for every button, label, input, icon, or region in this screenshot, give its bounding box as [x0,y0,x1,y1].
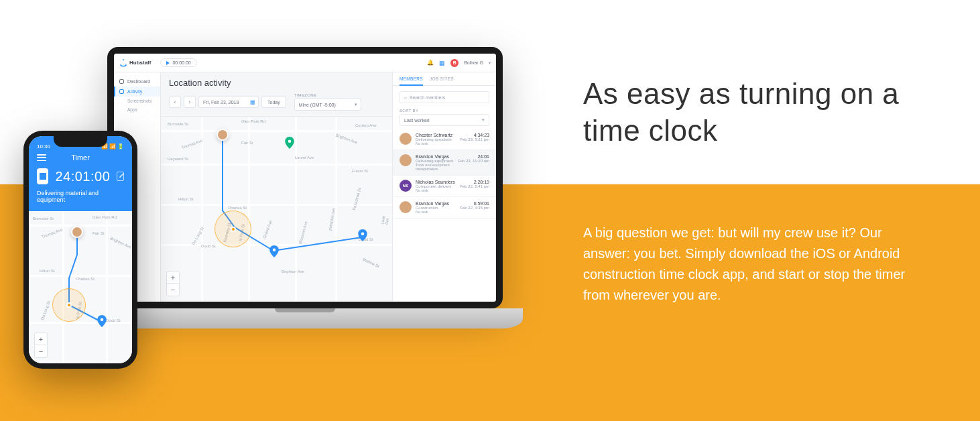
apps-grid-icon[interactable]: ▦ [439,60,445,66]
brand-name: Hubstaff [129,60,151,66]
dashboard-icon [119,79,124,84]
sidebar-sub-screenshots[interactable]: Screenshots [114,97,160,105]
sortby-select[interactable]: Last worked [400,114,489,126]
geofence-center-pin[interactable] [231,227,236,232]
menu-icon[interactable] [37,154,46,161]
phone-screen: 10:30 📶 📶 🔋 Timer 24:01:00 Delivering ma… [29,136,132,363]
sortby-label: SORT BY [393,106,496,113]
filter-controls: ‹ › Fri, Feb 23, 2018▦ Today TIMEZONE Mi… [161,91,392,116]
svg-point-1 [273,249,276,252]
topbar: Hubstaff 00:00:00 ▦ B Bolivar G ▾ [114,54,496,72]
description: A big question we get: but will my crew … [583,223,912,306]
stop-icon [40,173,46,180]
date-picker[interactable]: Fri, Feb 23, 2018▦ [198,96,259,108]
svg-point-2 [361,233,365,236]
play-icon [166,61,170,65]
timer-value: 00:00:00 [172,60,190,65]
member-row[interactable]: Brandon VargasDelivering equipmentTools … [393,150,496,176]
date-next-button[interactable]: › [184,96,196,108]
zoom-in-button[interactable]: + [167,272,179,284]
map-zoom-control: + − [34,333,48,358]
stop-timer-button[interactable] [37,168,48,184]
laptop-base [87,308,523,328]
calendar-icon: ▦ [250,99,255,105]
phone-mockup: 10:30 📶 📶 🔋 Timer 24:01:00 Delivering ma… [23,131,137,369]
phone-notch [54,136,107,147]
map-zoom-control: + − [166,271,180,296]
user-name[interactable]: Bolivar G [464,60,483,65]
members-panel: MEMBERS JOB SITES ⌕Search members SORT B… [392,72,496,302]
member-search[interactable]: ⌕Search members [400,91,489,103]
member-avatar [400,154,412,166]
sidebar-item-activity[interactable]: Activity [114,86,160,97]
zoom-out-button[interactable]: − [167,284,179,296]
tab-jobsites[interactable]: JOB SITES [430,76,454,85]
geofence-center-pin[interactable] [66,302,72,308]
member-avatar [400,201,412,213]
headline: As easy as turning on a time clock [583,75,938,149]
page-title: Location activity [169,78,384,88]
map-marker[interactable] [269,245,279,257]
svg-point-3 [101,318,104,322]
member-row[interactable]: NS Nicholas SaundersComponent deliveryNo… [393,176,496,197]
timezone-select[interactable]: Mine (GMT -5:00) [294,99,361,111]
laptop-screen: Hubstaff 00:00:00 ▦ B Bolivar G ▾ Dashbo… [107,47,503,308]
map-marker[interactable] [97,315,107,327]
notifications-icon[interactable] [427,60,434,66]
member-location-pin[interactable] [217,129,229,141]
activity-icon [119,89,124,94]
zoom-in-button[interactable]: + [35,333,47,345]
member-row[interactable]: Brandon VargasConstructionNo task 6:59:0… [393,197,496,219]
route-path [161,117,392,302]
edit-icon[interactable] [117,172,124,181]
tab-members[interactable]: MEMBERS [400,76,423,86]
member-avatar: NS [400,180,412,192]
timer-play-control[interactable]: 00:00:00 [160,58,196,67]
sidebar-item-dashboard[interactable]: Dashboard [114,76,160,86]
phone-map-view[interactable]: Burnside St Glen Park Rd Thomas Ave Fair… [29,211,132,363]
member-location-pin[interactable] [71,226,83,238]
member-avatar [400,133,412,145]
current-task: Delivering material and equipment [37,190,124,203]
timezone-label: TIMEZONE [294,93,361,97]
sidebar-sub-apps[interactable]: Apps [114,105,160,114]
chevron-down-icon[interactable]: ▾ [489,60,491,65]
map-view[interactable]: Burnside St Glen Park Rd Thomas Ave Fair… [161,116,392,302]
zoom-out-button[interactable]: − [35,345,47,357]
app-window: Hubstaff 00:00:00 ▦ B Bolivar G ▾ Dashbo… [114,54,496,302]
laptop-mockup: Hubstaff 00:00:00 ▦ B Bolivar G ▾ Dashbo… [87,47,523,349]
phone-title: Timer [71,154,90,162]
logo-icon [119,59,127,67]
map-marker[interactable] [358,229,367,241]
marketing-copy: As easy as turning on a time clock A big… [583,75,938,306]
today-button[interactable]: Today [261,96,286,108]
svg-point-0 [288,140,292,143]
user-avatar[interactable]: B [450,59,458,67]
map-marker-jobsite[interactable] [285,137,294,149]
status-time: 10:30 [37,143,50,149]
date-prev-button[interactable]: ‹ [169,96,181,108]
main-content: Location activity ‹ › Fri, Feb 23, 2018▦… [161,72,392,302]
timer-display: 24:01:00 [55,169,110,184]
search-icon: ⌕ [404,95,407,100]
phone-header: Timer 24:01:00 Delivering material and e… [29,151,132,211]
member-row[interactable]: Chester SchwartzDelivering sprocketsNo t… [393,129,496,150]
